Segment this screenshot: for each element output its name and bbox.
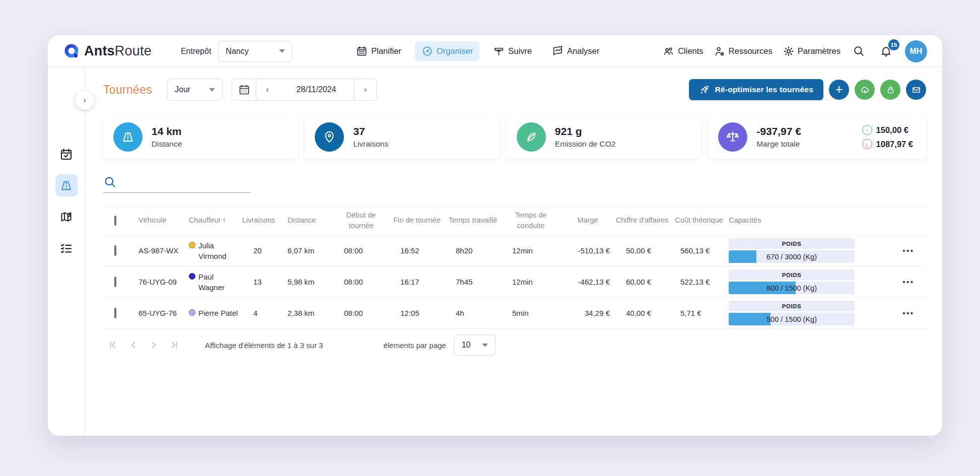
- nav-ressources[interactable]: Ressources: [714, 45, 773, 57]
- worked-cell: 4h: [445, 309, 501, 317]
- header-start[interactable]: Début de tournée: [333, 210, 389, 231]
- sidebar-item-map[interactable]: [55, 206, 78, 228]
- nav-analyser-label: Analyser: [567, 46, 599, 56]
- select-all-checkbox[interactable]: [114, 216, 116, 226]
- header-driving[interactable]: Temps de conduite: [501, 210, 561, 231]
- row-actions-menu[interactable]: •••: [891, 278, 926, 286]
- capacity-type-label: POIDS: [729, 238, 855, 249]
- pagination-bar: Affichage d'éléments de 1 à 3 sur 3 élem…: [103, 329, 926, 361]
- driver-color-dot: [189, 273, 195, 280]
- envelope-icon: [911, 85, 922, 95]
- driving-cell: 12min: [501, 246, 561, 255]
- header-margin[interactable]: Marge: [561, 215, 615, 226]
- period-select[interactable]: Jour: [167, 79, 223, 101]
- lock-routes-button[interactable]: [880, 80, 900, 100]
- per-page-select[interactable]: 10: [454, 334, 496, 356]
- date-navigator: ‹ 28/11/2024 ›: [232, 79, 377, 101]
- brand-logo[interactable]: AntsRoute: [63, 43, 152, 60]
- header-deliveries[interactable]: Livraisons: [242, 215, 288, 226]
- sidebar-item-planning[interactable]: [55, 143, 78, 165]
- routes-table: Véhicule Chauffeur↑ Livraisons Distance …: [103, 206, 926, 361]
- next-page-button[interactable]: [144, 335, 164, 355]
- capacity-cell: POIDS 500 / 1500 (Kg): [729, 301, 891, 325]
- reoptimize-button-label: Ré-optimiser les tournées: [715, 85, 813, 94]
- chevron-down-icon: [279, 49, 285, 53]
- header-vehicle[interactable]: Véhicule: [138, 215, 189, 226]
- row-actions-menu[interactable]: •••: [891, 246, 926, 255]
- nav-parametres[interactable]: Paramètres: [783, 45, 841, 57]
- revenue-cell: 50,00 €: [615, 246, 669, 255]
- main-content: Tournées Jour ‹ 28/11/2024 ›: [85, 67, 942, 436]
- row-actions-menu[interactable]: •••: [891, 309, 926, 317]
- worked-cell: 8h20: [445, 246, 501, 255]
- main-nav: Planifier Organiser Suivre Analyser: [349, 41, 606, 61]
- driver-color-dot: [189, 242, 195, 248]
- user-avatar[interactable]: MH: [905, 40, 927, 62]
- previous-page-button[interactable]: [123, 335, 144, 355]
- export-cloud-button[interactable]: [855, 80, 875, 100]
- header-distance[interactable]: Distance: [288, 215, 333, 226]
- stat-deliveries-value: 37: [353, 125, 388, 138]
- last-page-button[interactable]: [164, 335, 184, 355]
- gauge-icon: [422, 45, 433, 57]
- lock-icon: [885, 85, 896, 95]
- warehouse-select[interactable]: Nancy: [218, 41, 293, 62]
- app-window: AntsRoute Entrepôt Nancy Planifier: [48, 35, 942, 436]
- search-input[interactable]: [121, 180, 250, 189]
- header-right-group: Clients Ressources Paramètres: [663, 40, 927, 62]
- table-search: [103, 175, 250, 193]
- nav-planifier[interactable]: Planifier: [349, 41, 408, 61]
- first-page-button[interactable]: [103, 335, 123, 355]
- end-cell: 16:17: [389, 278, 445, 286]
- sidebar-item-tasks[interactable]: [55, 237, 78, 259]
- road-icon: [113, 122, 143, 152]
- calendar-icon: [238, 84, 250, 96]
- previous-day-button[interactable]: ‹: [256, 79, 278, 100]
- stat-distance-value: 14 km: [152, 125, 182, 138]
- warehouse-group: Entrepôt Nancy: [181, 41, 293, 62]
- add-route-button[interactable]: +: [829, 80, 849, 100]
- nav-organiser[interactable]: Organiser: [415, 41, 479, 61]
- send-mail-button[interactable]: [906, 80, 926, 100]
- sidebar-expand-button[interactable]: ›: [75, 91, 94, 110]
- stat-card-co2: 921 g Emission de CO2: [507, 115, 701, 159]
- scale-icon: [718, 122, 747, 152]
- nav-suivre[interactable]: Suivre: [486, 41, 538, 61]
- vehicle-cell: 65-UYG-76: [138, 309, 189, 317]
- left-sidebar: ›: [48, 67, 85, 436]
- stat-co2-label: Emission de CO2: [555, 140, 616, 149]
- header-revenue[interactable]: Chiffre d'affaires: [615, 215, 669, 226]
- notifications-button[interactable]: 15: [878, 43, 895, 60]
- nav-clients[interactable]: Clients: [663, 45, 703, 57]
- arrow-up-circle-icon: ↑: [862, 125, 872, 135]
- row-checkbox[interactable]: [114, 308, 116, 318]
- first-page-icon: [108, 339, 119, 351]
- sidebar-item-routes[interactable]: [55, 174, 78, 196]
- header-end[interactable]: Fin de tournée: [389, 215, 445, 226]
- search-button[interactable]: [851, 43, 868, 60]
- search-icon: [853, 45, 865, 57]
- header-driver[interactable]: Chauffeur↑: [189, 215, 242, 226]
- start-cell: 08:00: [333, 309, 389, 317]
- next-day-button[interactable]: ›: [354, 79, 376, 100]
- revenue-cell: 40,00 €: [615, 309, 669, 317]
- warehouse-label: Entrepôt: [181, 47, 211, 56]
- current-date[interactable]: 28/11/2024: [278, 79, 354, 100]
- end-cell: 16:52: [389, 246, 445, 255]
- calendar-check-icon: [59, 148, 73, 161]
- capacity-value: 800 / 1500 (Kg): [729, 282, 855, 294]
- row-checkbox[interactable]: [114, 277, 116, 287]
- distance-cell: 5,98 km: [288, 278, 333, 286]
- header-capacities[interactable]: Capacités: [729, 215, 891, 226]
- driving-cell: 12min: [501, 278, 561, 286]
- road-icon: [59, 179, 73, 192]
- header-cost[interactable]: Coût théorique: [669, 215, 729, 226]
- nav-analyser[interactable]: Analyser: [545, 41, 606, 61]
- row-checkbox[interactable]: [114, 245, 116, 256]
- reoptimize-button[interactable]: Ré-optimiser les tournées: [689, 79, 823, 100]
- table-row: 65-UYG-76 Pierre Patel 4 2,38 km 08:00 1…: [103, 298, 926, 329]
- header-worked[interactable]: Temps travaillé: [445, 215, 501, 226]
- calendar-picker-button[interactable]: [232, 79, 256, 100]
- warehouse-select-value: Nancy: [226, 47, 248, 56]
- search-icon: [103, 175, 117, 189]
